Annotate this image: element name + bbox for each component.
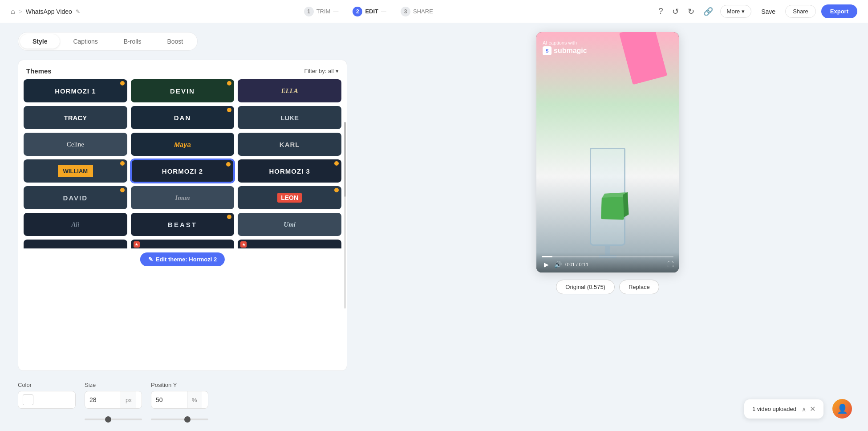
- left-panel: Style Captions B-rolls Boost Themes Filt…: [0, 23, 365, 431]
- theme-hormozi1[interactable]: HORMOZI 1: [24, 79, 127, 102]
- more-button[interactable]: More ▾: [720, 5, 752, 18]
- pro-badge-icon: [227, 215, 231, 219]
- home-icon[interactable]: ⌂: [11, 8, 15, 16]
- theme-leila[interactable]: ★ LEILA: [131, 240, 235, 248]
- theme-maya[interactable]: Maya: [131, 133, 235, 156]
- top-nav: ⌂ > WhatsApp Video ✎ 1 TRIM — 2 EDIT — 3…: [0, 0, 868, 23]
- position-label: Position Y: [151, 382, 208, 388]
- fullscreen-button[interactable]: ⛶: [667, 261, 673, 268]
- progress-fill: [542, 256, 552, 257]
- theme-label: Celine: [67, 141, 84, 148]
- nav-separator: >: [19, 8, 22, 15]
- pink-block-decoration: [619, 32, 667, 85]
- theme-beast[interactable]: BEAST: [131, 213, 235, 236]
- redo-icon-button[interactable]: ↻: [686, 5, 696, 18]
- theme-noah[interactable]: NOAH: [24, 240, 127, 248]
- color-control: Color: [18, 382, 76, 409]
- theme-label: DAVID: [63, 194, 88, 202]
- step-dash-2: —: [381, 8, 386, 15]
- watermark: AI captions with S submagic: [543, 40, 587, 55]
- theme-label: Ali: [72, 221, 80, 228]
- pro-badge-icon: [120, 161, 125, 166]
- theme-tracy[interactable]: TRACY: [24, 106, 127, 129]
- theme-ali[interactable]: Ali: [24, 213, 127, 236]
- right-panel: AI captions with S submagic ▶ 🔊: [365, 23, 868, 431]
- position-input-wrapper: %: [151, 391, 208, 409]
- pro-badge-icon: [227, 81, 231, 85]
- star-badge-icon: ★: [134, 241, 140, 248]
- theme-label: DEVIN: [170, 87, 195, 95]
- submagic-logo-icon: S: [543, 46, 552, 55]
- position-input[interactable]: [151, 396, 187, 403]
- position-slider[interactable]: [151, 419, 208, 420]
- theme-label: HORMOZI 2: [162, 167, 203, 175]
- edit-title-icon[interactable]: ✎: [76, 8, 80, 15]
- close-notification-icon[interactable]: ✕: [810, 405, 815, 413]
- theme-label: Maya: [174, 141, 191, 148]
- time-current: 0:01: [565, 262, 575, 267]
- theme-karl[interactable]: KARL: [238, 133, 341, 156]
- theme-jason[interactable]: ★ JASON: [238, 240, 341, 248]
- size-slider-wrapper: [85, 414, 142, 422]
- export-button[interactable]: Export: [821, 4, 857, 18]
- expand-notification-icon[interactable]: ∧: [802, 406, 806, 413]
- step-trim[interactable]: 1 TRIM —: [297, 5, 346, 18]
- watermark-brand: S submagic: [543, 46, 587, 55]
- pro-badge-icon: [227, 108, 231, 112]
- link-icon-button[interactable]: 🔗: [702, 5, 715, 18]
- size-input[interactable]: [85, 396, 121, 403]
- watermark-ai-text: AI captions with: [543, 40, 587, 45]
- edit-theme-tooltip[interactable]: ✎ Edit theme: Hormozi 2: [140, 252, 225, 266]
- video-actions: Original (0.575) Replace: [556, 280, 659, 294]
- controls-left: ▶ 🔊 0:01 / 0:11: [542, 260, 588, 269]
- progress-bar[interactable]: [542, 256, 673, 257]
- save-button[interactable]: Save: [757, 5, 780, 18]
- step-edit[interactable]: 2 EDIT —: [345, 5, 393, 18]
- scrollbar[interactable]: [344, 122, 346, 308]
- theme-leon[interactable]: LEON: [238, 186, 341, 209]
- tab-boost[interactable]: Boost: [154, 34, 195, 49]
- step-label-share: SHARE: [413, 8, 433, 15]
- theme-hormozi3[interactable]: HORMOZI 3: [238, 159, 341, 183]
- size-control: Size px: [85, 382, 142, 422]
- theme-umi[interactable]: Umi: [238, 213, 341, 236]
- tab-captions[interactable]: Captions: [61, 34, 110, 49]
- tab-brolls[interactable]: B-rolls: [111, 34, 154, 49]
- filter-button[interactable]: Filter by: all ▾: [304, 68, 339, 74]
- size-slider[interactable]: [85, 419, 142, 420]
- theme-dan[interactable]: DAN: [131, 106, 235, 129]
- theme-devin[interactable]: DEVIN: [131, 79, 235, 102]
- theme-david[interactable]: DAVID: [24, 186, 127, 209]
- theme-label: LEON: [277, 193, 302, 203]
- replace-button[interactable]: Replace: [619, 280, 659, 294]
- tab-style[interactable]: Style: [20, 34, 60, 49]
- share-button[interactable]: Share: [785, 5, 816, 18]
- scrollbar-thumb: [344, 122, 346, 196]
- edit-theme-label: Edit theme: Hormozi 2: [156, 256, 217, 263]
- time-total: 0:11: [579, 262, 588, 267]
- theme-ella[interactable]: ELLA: [238, 79, 341, 102]
- theme-william[interactable]: WILLIAM: [24, 159, 127, 183]
- color-picker[interactable]: [18, 391, 76, 409]
- theme-celine[interactable]: Celine: [24, 133, 127, 156]
- theme-hormozi2[interactable]: HORMOZI 2: [131, 159, 235, 183]
- help-icon-button[interactable]: ?: [657, 5, 665, 18]
- watermark-brand-name: submagic: [554, 47, 587, 55]
- position-slider-wrapper: [151, 414, 208, 422]
- position-unit: %: [187, 391, 202, 408]
- video-container: AI captions with S submagic ▶ 🔊: [536, 32, 679, 272]
- theme-iman[interactable]: Iman: [131, 186, 235, 209]
- theme-luke[interactable]: LUKE: [238, 106, 341, 129]
- color-label: Color: [18, 382, 76, 388]
- avatar-image: 👤: [837, 403, 848, 414]
- step-share[interactable]: 3 SHARE: [393, 5, 440, 18]
- user-avatar[interactable]: 👤: [832, 399, 852, 419]
- volume-button[interactable]: 🔊: [554, 261, 562, 268]
- pencil-icon: ✎: [148, 256, 153, 263]
- undo-icon-button[interactable]: ↺: [670, 5, 681, 18]
- original-button[interactable]: Original (0.575): [556, 280, 615, 294]
- theme-label: Umi: [284, 221, 296, 228]
- play-button[interactable]: ▶: [542, 260, 551, 269]
- filter-label: Filter by: all: [304, 68, 334, 74]
- project-title[interactable]: WhatsApp Video: [26, 8, 72, 15]
